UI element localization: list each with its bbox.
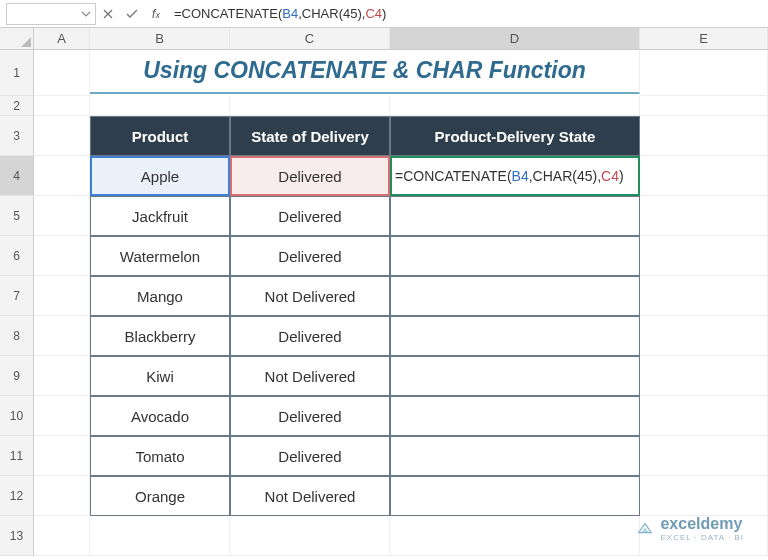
cell-c2[interactable] — [230, 96, 390, 116]
row-header-9[interactable]: 9 — [0, 356, 34, 396]
row-header-11[interactable]: 11 — [0, 436, 34, 476]
cell-b12[interactable]: Orange — [90, 476, 230, 516]
row-header-8[interactable]: 8 — [0, 316, 34, 356]
formula-tok-fn2: CHAR — [302, 6, 339, 21]
header-result[interactable]: Product-Delivery State — [390, 116, 640, 156]
cell-c13[interactable] — [230, 516, 390, 556]
cell-d10[interactable] — [390, 396, 640, 436]
col-header-a[interactable]: A — [34, 28, 90, 49]
cell-e2[interactable] — [640, 96, 768, 116]
cell-b11[interactable]: Tomato — [90, 436, 230, 476]
formula-input[interactable]: = CONCATENATE ( B4 , CHAR ( 45 ) , C4 ) — [168, 3, 768, 25]
cell-d9[interactable] — [390, 356, 640, 396]
cell-d7[interactable] — [390, 276, 640, 316]
header-state[interactable]: State of Delivery — [230, 116, 390, 156]
row-header-7[interactable]: 7 — [0, 276, 34, 316]
cell-e3[interactable] — [640, 116, 768, 156]
cell-b2[interactable] — [90, 96, 230, 116]
cell-e5[interactable] — [640, 196, 768, 236]
row-header-5[interactable]: 5 — [0, 196, 34, 236]
column-headers: A B C D E — [0, 28, 768, 50]
cell-a11[interactable] — [34, 436, 90, 476]
header-product[interactable]: Product — [90, 116, 230, 156]
cell-a8[interactable] — [34, 316, 90, 356]
cell-d4-active[interactable]: =CONCATENATE(B4,CHAR(45),C4) — [390, 156, 640, 196]
formula-tok-b4: B4 — [282, 6, 298, 21]
cell-b7[interactable]: Mango — [90, 276, 230, 316]
cell-d2[interactable] — [390, 96, 640, 116]
cell-a7[interactable] — [34, 276, 90, 316]
row-header-4[interactable]: 4 — [0, 156, 34, 196]
col-header-b[interactable]: B — [90, 28, 230, 49]
formula-tok-num: 45 — [343, 6, 357, 21]
cell-d13[interactable] — [390, 516, 640, 556]
cell-c4[interactable]: Delivered — [230, 156, 390, 196]
cell-e4[interactable] — [640, 156, 768, 196]
cell-b6[interactable]: Watermelon — [90, 236, 230, 276]
cell-a5[interactable] — [34, 196, 90, 236]
cell-c7[interactable]: Not Delivered — [230, 276, 390, 316]
name-box[interactable] — [6, 3, 96, 25]
formula-bar: fx = CONCATENATE ( B4 , CHAR ( 45 ) , C4… — [0, 0, 768, 28]
cell-a10[interactable] — [34, 396, 90, 436]
watermark: exceldemy EXCEL · DATA · BI — [636, 515, 744, 542]
cell-b9[interactable]: Kiwi — [90, 356, 230, 396]
cancel-button[interactable] — [96, 2, 120, 26]
cell-a3[interactable] — [34, 116, 90, 156]
row-header-13[interactable]: 13 — [0, 516, 34, 556]
cell-b10[interactable]: Avocado — [90, 396, 230, 436]
grid: A B C D E 1 Using CONCATENATE & CHAR Fun… — [0, 28, 768, 556]
cell-a1[interactable] — [34, 50, 90, 96]
cell-e6[interactable] — [640, 236, 768, 276]
cell-e7[interactable] — [640, 276, 768, 316]
formula-tok-c4: C4 — [365, 6, 382, 21]
cell-e12[interactable] — [640, 476, 768, 516]
cell-d11[interactable] — [390, 436, 640, 476]
dropdown-icon[interactable] — [81, 9, 91, 19]
cell-a12[interactable] — [34, 476, 90, 516]
row-header-12[interactable]: 12 — [0, 476, 34, 516]
cell-a9[interactable] — [34, 356, 90, 396]
cell-e11[interactable] — [640, 436, 768, 476]
cell-a2[interactable] — [34, 96, 90, 116]
cell-a13[interactable] — [34, 516, 90, 556]
cell-b5[interactable]: Jackfruit — [90, 196, 230, 236]
row-header-6[interactable]: 6 — [0, 236, 34, 276]
select-all-corner[interactable] — [0, 28, 34, 49]
confirm-button[interactable] — [120, 2, 144, 26]
cell-e10[interactable] — [640, 396, 768, 436]
col-header-c[interactable]: C — [230, 28, 390, 49]
cell-c5[interactable]: Delivered — [230, 196, 390, 236]
cell-b4[interactable]: Apple — [90, 156, 230, 196]
page-title[interactable]: Using CONCATENATE & CHAR Function — [90, 50, 640, 94]
cell-e8[interactable] — [640, 316, 768, 356]
cell-c11[interactable]: Delivered — [230, 436, 390, 476]
cell-d6[interactable] — [390, 236, 640, 276]
cell-c6[interactable]: Delivered — [230, 236, 390, 276]
cell-d8[interactable] — [390, 316, 640, 356]
logo-icon — [636, 520, 654, 538]
cell-c8[interactable]: Delivered — [230, 316, 390, 356]
row-header-10[interactable]: 10 — [0, 396, 34, 436]
row-header-3[interactable]: 3 — [0, 116, 34, 156]
cell-c9[interactable]: Not Delivered — [230, 356, 390, 396]
cell-d12[interactable] — [390, 476, 640, 516]
cell-a6[interactable] — [34, 236, 90, 276]
cell-a4[interactable] — [34, 156, 90, 196]
cell-c10[interactable]: Delivered — [230, 396, 390, 436]
row-header-2[interactable]: 2 — [0, 96, 34, 116]
row-header-1[interactable]: 1 — [0, 50, 34, 96]
cell-c12[interactable]: Not Delivered — [230, 476, 390, 516]
check-icon — [126, 9, 138, 19]
cell-b13[interactable] — [90, 516, 230, 556]
cell-e1[interactable] — [640, 50, 768, 96]
col-header-d[interactable]: D — [390, 28, 640, 49]
watermark-sub: EXCEL · DATA · BI — [660, 533, 744, 542]
formula-tok-close1: ) — [382, 6, 386, 21]
x-icon — [103, 9, 113, 19]
cell-e9[interactable] — [640, 356, 768, 396]
col-header-e[interactable]: E — [640, 28, 768, 49]
fx-label[interactable]: fx — [144, 7, 168, 21]
cell-d5[interactable] — [390, 196, 640, 236]
cell-b8[interactable]: Blackberry — [90, 316, 230, 356]
